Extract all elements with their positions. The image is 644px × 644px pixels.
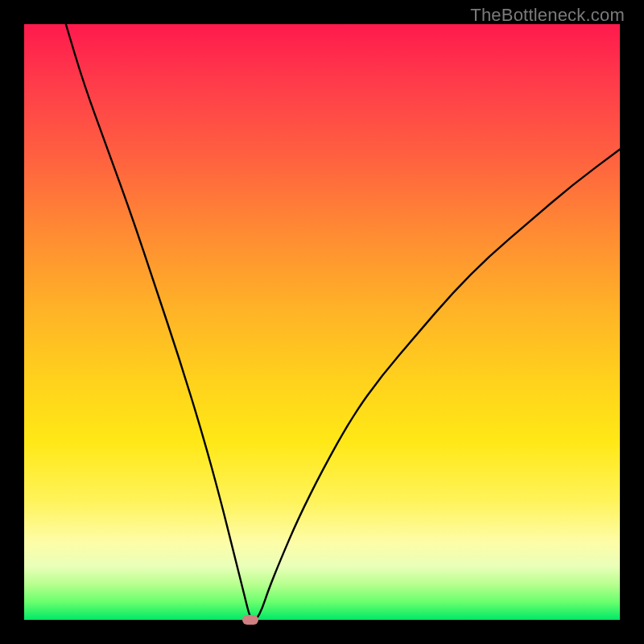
min-marker [242,615,258,625]
bottleneck-curve [24,24,620,620]
chart-frame: TheBottleneck.com [0,0,644,644]
watermark-text: TheBottleneck.com [470,5,625,26]
plot-area [24,24,620,620]
